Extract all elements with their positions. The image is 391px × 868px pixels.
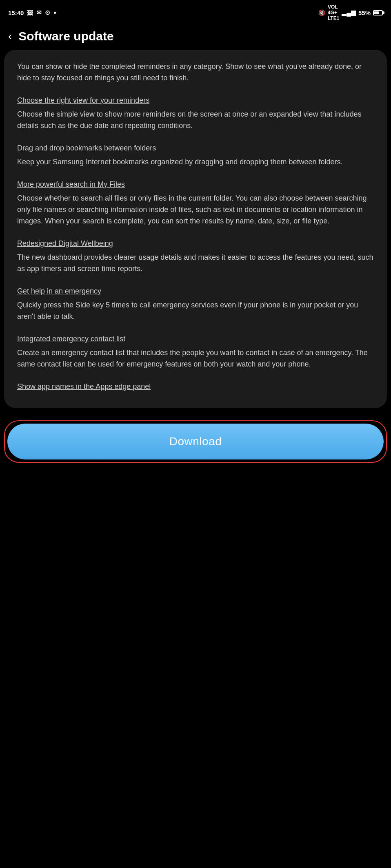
page-title: Software update — [18, 29, 113, 43]
signal-label: VOL4G+LTE1 — [328, 4, 339, 21]
section-body-my-files: Choose whether to search all files or on… — [17, 193, 374, 227]
section-emergency-contacts: Integrated emergency contact list Create… — [17, 334, 374, 370]
section-body-choose-view: Choose the simple view to show more remi… — [17, 109, 374, 132]
instagram-icon: ⊙ — [45, 9, 50, 16]
section-title-drag-drop[interactable]: Drag and drop bookmarks between folders — [17, 143, 374, 153]
section-my-files: More powerful search in My Files Choose … — [17, 179, 374, 227]
download-border: Download — [4, 420, 387, 463]
section-body-digital-wellbeing: The new dashboard provides clearer usage… — [17, 252, 374, 275]
battery-percent: 55% — [358, 9, 371, 16]
battery-icon — [373, 10, 383, 15]
status-bar: 15:40 🖼 ✉ ⊙ • 🔇 VOL4G+LTE1 ▂▄▆ 55% — [0, 0, 391, 24]
section-digital-wellbeing: Redesigned Digital Wellbeing The new das… — [17, 239, 374, 275]
section-choose-view: Choose the right view for your reminders… — [17, 95, 374, 132]
section-body-emergency-help: Quickly press the Side key 5 times to ca… — [17, 300, 374, 322]
photo-icon: 🖼 — [27, 9, 33, 16]
status-time: 15:40 — [8, 9, 24, 16]
section-title-emergency-contacts[interactable]: Integrated emergency contact list — [17, 334, 374, 344]
section-body-emergency-contacts: Create an emergency contact list that in… — [17, 347, 374, 370]
download-button[interactable]: Download — [7, 424, 384, 459]
content-card: You can show or hide the completed remin… — [4, 50, 387, 408]
page-header: ‹ Software update — [0, 24, 391, 50]
section-title-digital-wellbeing[interactable]: Redesigned Digital Wellbeing — [17, 239, 374, 249]
dot-indicator: • — [53, 9, 56, 17]
download-container: Download — [0, 416, 391, 471]
section-apps-edge: Show app names in the Apps edge panel — [17, 382, 374, 392]
status-right: 🔇 VOL4G+LTE1 ▂▄▆ 55% — [318, 4, 383, 21]
section-drag-drop: Drag and drop bookmarks between folders … — [17, 143, 374, 168]
section-title-emergency-help[interactable]: Get help in an emergency — [17, 286, 374, 296]
mute-icon: 🔇 — [318, 9, 325, 16]
section-title-my-files[interactable]: More powerful search in My Files — [17, 179, 374, 190]
intro-text: You can show or hide the completed remin… — [17, 61, 374, 84]
section-emergency-help: Get help in an emergency Quickly press t… — [17, 286, 374, 322]
section-title-apps-edge[interactable]: Show app names in the Apps edge panel — [17, 382, 374, 392]
status-left: 15:40 🖼 ✉ ⊙ • — [8, 9, 56, 17]
back-button[interactable]: ‹ — [8, 31, 12, 42]
network-bars-icon: ▂▄▆ — [342, 9, 356, 16]
mail-icon: ✉ — [36, 9, 42, 16]
intro-section: You can show or hide the completed remin… — [17, 61, 374, 84]
section-title-choose-view[interactable]: Choose the right view for your reminders — [17, 95, 374, 106]
section-body-drag-drop: Keep your Samsung Internet bookmarks org… — [17, 157, 374, 168]
